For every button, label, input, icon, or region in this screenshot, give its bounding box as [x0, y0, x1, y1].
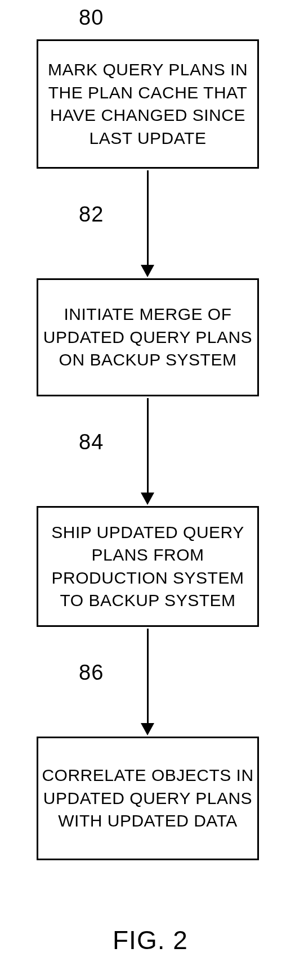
step-number-80: 80 [79, 6, 104, 30]
flowchart: 80 MARK QUERY PLANS IN THE PLAN CACHE TH… [0, 0, 304, 980]
arrowhead-84-to-86 [141, 723, 154, 735]
step-number-86: 86 [79, 661, 104, 685]
arrowhead-80-to-82 [141, 265, 154, 277]
step-box-86: CORRELATE OBJECTS IN UPDATED QUERY PLANS… [37, 737, 259, 860]
step-text-86: CORRELATE OBJECTS IN UPDATED QUERY PLANS… [42, 764, 254, 833]
arrow-80-to-82 [147, 170, 149, 265]
arrowhead-82-to-84 [141, 493, 154, 505]
step-box-80: MARK QUERY PLANS IN THE PLAN CACHE THAT … [37, 39, 259, 169]
step-number-84: 84 [79, 430, 104, 454]
step-text-84: SHIP UPDATED QUERY PLANS FROM PRODUCTION… [42, 521, 254, 612]
step-box-84: SHIP UPDATED QUERY PLANS FROM PRODUCTION… [37, 506, 259, 627]
figure-caption: FIG. 2 [113, 925, 188, 955]
step-number-82: 82 [79, 202, 104, 227]
step-text-80: MARK QUERY PLANS IN THE PLAN CACHE THAT … [42, 58, 254, 150]
arrow-84-to-86 [147, 629, 149, 723]
arrow-82-to-84 [147, 398, 149, 493]
step-text-82: INITIATE MERGE OF UPDATED QUERY PLANS ON… [42, 303, 254, 372]
step-box-82: INITIATE MERGE OF UPDATED QUERY PLANS ON… [37, 278, 259, 396]
